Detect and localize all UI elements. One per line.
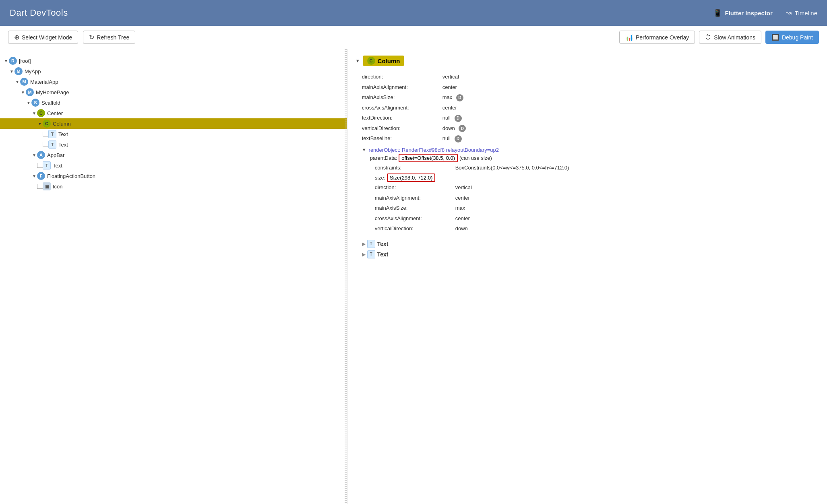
prop-direction: direction: vertical	[356, 72, 819, 82]
prop-main-axis-size: mainAxisSize: max D	[356, 92, 819, 103]
timeline-icon: ↝	[786, 8, 792, 17]
prop-direction-value: vertical	[442, 73, 459, 81]
debug-paint-button[interactable]: 🔲 Debug Paint	[765, 31, 819, 44]
badge-child-text2: T	[367, 250, 375, 258]
badge-myhomepage: M	[26, 88, 34, 96]
tree-node-icon[interactable]: ▣ Icon	[0, 181, 347, 192]
render-direction-key: direction:	[375, 184, 455, 192]
prop-expand-arrow[interactable]: ▼	[356, 58, 360, 63]
child-text-1[interactable]: ▶ T Text	[356, 239, 819, 249]
prop-text-direction: textDirection: null D	[356, 113, 819, 123]
properties-panel: ▼ C Column direction: vertical mainAxisA…	[347, 49, 827, 504]
expand-arrow-appbar[interactable]	[31, 153, 37, 157]
header-nav: 📱 Flutter Inspector ↝ Timeline	[713, 8, 818, 17]
prop-widget-badge: C	[367, 57, 375, 65]
render-object-expand-arrow[interactable]: ▼	[362, 147, 366, 152]
label-column: Column	[53, 121, 71, 127]
render-prop-vd: verticalDirection: down	[362, 223, 819, 234]
nav-flutter-inspector[interactable]: 📱 Flutter Inspector	[713, 8, 773, 17]
prop-direction-key: direction:	[362, 73, 442, 81]
label-fab: FloatingActionButton	[47, 173, 95, 179]
badge-center: C	[37, 109, 45, 117]
tree-node-appbar[interactable]: A AppBar	[0, 150, 347, 160]
render-object-header: ▼ renderObject: RenderFlex#98cf8 relayou…	[362, 147, 819, 153]
prop-vertical-direction: verticalDirection: down D	[356, 123, 819, 134]
render-prop-maa: mainAxisAlignment: center	[362, 193, 819, 203]
slow-animations-button[interactable]: ⏱ Slow Animations	[699, 31, 761, 44]
tree-node-materialapp[interactable]: M MaterialApp	[0, 76, 347, 87]
render-maa-key: mainAxisAlignment:	[375, 194, 455, 202]
child2-expand-arrow[interactable]: ▶	[362, 252, 366, 257]
select-widget-mode-label: Select Widget Mode	[22, 34, 72, 41]
connector-text1	[43, 132, 48, 136]
label-child-text1: Text	[377, 241, 389, 247]
label-text1: Text	[58, 131, 68, 137]
refresh-tree-button[interactable]: ↻ Refresh Tree	[83, 31, 135, 44]
child-text-2[interactable]: ▶ T Text	[356, 249, 819, 260]
badge-scaffold: S	[31, 99, 39, 107]
expand-arrow-materialapp[interactable]	[14, 80, 20, 84]
label-center: Center	[47, 110, 63, 116]
debug-paint-label: Debug Paint	[782, 34, 813, 41]
prop-caa-key: crossAxisAlignment:	[362, 104, 442, 112]
expand-arrow-myhomepage[interactable]	[20, 90, 26, 95]
expand-arrow-fab[interactable]	[31, 174, 37, 178]
panel-divider[interactable]	[345, 49, 347, 504]
tree-node-center[interactable]: C Center	[0, 108, 347, 118]
badge-text2: T	[48, 140, 56, 149]
tree-node-fab[interactable]: F FloatingActionButton	[0, 171, 347, 181]
tree-node-myapp[interactable]: M MyApp	[0, 66, 347, 76]
render-parent-data-key: parentData:	[370, 155, 399, 161]
toolbar-right: 📊 Performance Overlay ⏱ Slow Animations …	[619, 31, 819, 44]
crosshair-icon: ⊕	[14, 33, 19, 41]
tree-node-text2[interactable]: T Text	[0, 139, 347, 150]
main-content: R [root] M MyApp M MaterialApp M MyHomeP…	[0, 49, 827, 504]
prop-tb-key: textBaseline:	[362, 134, 442, 143]
nav-timeline[interactable]: ↝ Timeline	[786, 8, 817, 17]
label-scaffold: Scaffold	[41, 100, 60, 106]
timeline-label: Timeline	[795, 10, 817, 17]
prop-widget-name: Column	[378, 58, 400, 64]
prop-widget-title: C Column	[363, 56, 404, 66]
expand-arrow-center[interactable]	[31, 111, 37, 116]
prop-text-baseline: textBaseline: null D	[356, 133, 819, 144]
label-materialapp: MaterialApp	[30, 79, 58, 85]
child1-expand-arrow[interactable]: ▶	[362, 241, 366, 247]
tree-node-root[interactable]: R [root]	[0, 56, 347, 66]
label-root: [root]	[19, 58, 31, 64]
label-child-text2: Text	[377, 251, 389, 258]
flutter-inspector-label: Flutter Inspector	[725, 10, 773, 17]
render-prop-size: size: Size(298.0, 712.0)	[362, 173, 819, 182]
connector-icon	[37, 184, 43, 189]
label-myapp: MyApp	[25, 68, 41, 74]
render-direction-value: vertical	[455, 184, 472, 192]
expand-arrow-scaffold[interactable]	[26, 101, 31, 105]
render-mas-value: max	[455, 204, 465, 212]
tree-node-myhomepage[interactable]: M MyHomePage	[0, 87, 347, 97]
app-title: Dart DevTools	[10, 8, 68, 18]
prop-caa-value: center	[442, 104, 457, 112]
select-widget-mode-button[interactable]: ⊕ Select Widget Mode	[8, 31, 78, 44]
tree-node-column[interactable]: C Column	[0, 118, 347, 129]
expand-arrow-column[interactable]	[37, 122, 43, 126]
tree-node-appbar-text[interactable]: T Text	[0, 160, 347, 171]
render-prop-caa: crossAxisAlignment: center	[362, 213, 819, 224]
badge-column: C	[43, 120, 51, 128]
badge-appbar-text: T	[43, 161, 51, 169]
performance-overlay-button[interactable]: 📊 Performance Overlay	[619, 31, 695, 44]
expand-arrow-root[interactable]	[3, 59, 9, 63]
prop-vd-key: verticalDirection:	[362, 124, 442, 132]
toolbar: ⊕ Select Widget Mode ↻ Refresh Tree 📊 Pe…	[0, 26, 827, 49]
header: Dart DevTools 📱 Flutter Inspector ↝ Time…	[0, 0, 827, 26]
default-badge-td: D	[455, 115, 462, 122]
expand-arrow-myapp[interactable]	[9, 69, 14, 74]
tree-node-scaffold[interactable]: S Scaffold	[0, 97, 347, 108]
prop-tb-value: null D	[442, 134, 462, 143]
tree-node-text1[interactable]: T Text	[0, 129, 347, 139]
render-constraints-value: BoxConstraints(0.0<=w<=375.0, 0.0<=h<=71…	[455, 164, 569, 172]
prop-mas-key: mainAxisSize:	[362, 93, 442, 101]
badge-myapp: M	[14, 67, 23, 75]
slow-animations-label: Slow Animations	[714, 34, 755, 41]
render-mas-key: mainAxisSize:	[375, 204, 455, 212]
refresh-icon: ↻	[89, 33, 94, 41]
